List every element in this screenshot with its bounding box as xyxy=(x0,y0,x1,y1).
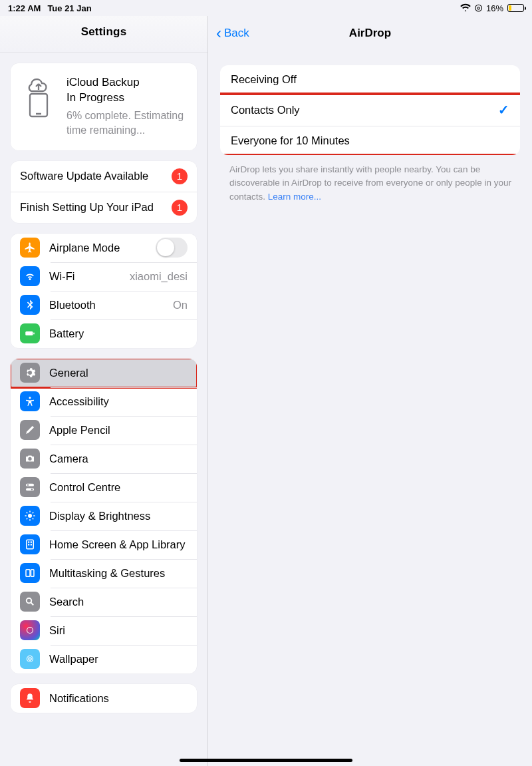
sidebar-item-finish-setup[interactable]: Finish Setting Up Your iPad 1 xyxy=(11,192,197,223)
sidebar-item-wifi[interactable]: Wi-Fi xiaomi_desi xyxy=(11,262,197,291)
battery-pct: 16% xyxy=(486,3,503,13)
sidebar-item-wallpaper[interactable]: Wallpaper xyxy=(11,645,197,673)
wifi-icon xyxy=(20,266,40,286)
svg-rect-10 xyxy=(27,540,34,549)
svg-rect-13 xyxy=(28,544,29,545)
battery-icon xyxy=(507,4,524,12)
sidebar-item-label: Home Screen & App Library xyxy=(49,538,188,551)
checkmark-icon: ✓ xyxy=(498,102,509,118)
back-button[interactable]: ‹ Back xyxy=(216,27,249,40)
svg-point-7 xyxy=(27,484,29,486)
battery-icon xyxy=(20,323,40,343)
search-icon xyxy=(20,592,40,612)
option-contacts-only[interactable]: Contacts Only ✓ xyxy=(220,94,520,126)
orientation-lock-icon: ⦾ xyxy=(475,3,482,14)
sidebar-item-camera[interactable]: Camera xyxy=(11,445,197,473)
option-everyone-10min[interactable]: Everyone for 10 Minutes xyxy=(220,126,520,155)
connectivity-card: Airplane Mode Wi-Fi xiaomi_desi Bluetoot… xyxy=(11,234,197,348)
bluetooth-icon xyxy=(20,295,40,315)
sidebar-item-notifications[interactable]: Notifications xyxy=(11,684,197,713)
option-label: Contacts Only xyxy=(231,104,300,116)
sidebar-item-label: Finish Setting Up Your iPad xyxy=(20,201,172,214)
svg-rect-2 xyxy=(25,331,33,335)
wifi-icon xyxy=(460,3,471,13)
home-screen-icon xyxy=(20,534,40,554)
sidebar-item-accessibility[interactable]: Accessibility xyxy=(11,387,197,416)
learn-more-link[interactable]: Learn more... xyxy=(268,192,321,202)
sidebar-item-multitasking[interactable]: Multitasking & Gestures xyxy=(11,559,197,588)
sidebar-item-label: Software Update Available xyxy=(20,170,172,182)
svg-point-9 xyxy=(28,514,32,518)
svg-rect-11 xyxy=(28,542,29,543)
sidebar-item-label: Airplane Mode xyxy=(49,242,156,254)
sidebar-item-general[interactable]: General xyxy=(11,359,197,387)
accessibility-icon xyxy=(20,391,40,411)
sidebar-item-label: Control Centre xyxy=(49,481,188,494)
airdrop-options-card: Receiving Off Contacts Only ✓ Everyone f… xyxy=(220,65,520,155)
notifications-card: Notifications xyxy=(11,684,197,713)
sidebar-item-label: Wi-Fi xyxy=(49,270,130,283)
settings-sidebar[interactable]: Settings iCloud Backup In Progress 6% co… xyxy=(0,16,208,766)
option-receiving-off[interactable]: Receiving Off xyxy=(220,65,520,94)
sidebar-item-label: Search xyxy=(49,596,188,608)
svg-rect-15 xyxy=(26,570,30,577)
wallpaper-icon xyxy=(20,649,40,669)
svg-rect-5 xyxy=(26,484,34,486)
sidebar-item-home-screen[interactable]: Home Screen & App Library xyxy=(11,530,197,559)
status-bar: 1:22 AM Tue 21 Jan ⦾ 16% xyxy=(0,0,532,16)
svg-rect-6 xyxy=(26,488,34,491)
sidebar-item-display[interactable]: Display & Brightness xyxy=(11,502,197,530)
sidebar-item-label: Apple Pencil xyxy=(49,424,188,437)
airplane-icon xyxy=(20,238,40,258)
sidebar-item-search[interactable]: Search xyxy=(11,588,197,616)
alert-badge: 1 xyxy=(172,168,188,184)
sidebar-item-label: Multitasking & Gestures xyxy=(49,567,188,580)
sidebar-item-software-update[interactable]: Software Update Available 1 xyxy=(11,161,197,192)
page-title: AirDrop xyxy=(349,27,391,40)
camera-icon xyxy=(20,449,40,469)
sidebar-item-label: Wallpaper xyxy=(49,653,188,666)
main-settings-card: General Accessibility Apple Pencil Camer… xyxy=(11,359,197,673)
sidebar-item-label: Camera xyxy=(49,453,188,465)
svg-point-18 xyxy=(27,628,33,634)
option-label: Receiving Off xyxy=(231,73,297,86)
multitasking-icon xyxy=(20,563,40,583)
home-indicator[interactable] xyxy=(180,759,352,762)
airplane-toggle[interactable] xyxy=(156,238,188,258)
sidebar-item-label: Notifications xyxy=(49,692,188,705)
footer-note: AirDrop lets you share instantly with pe… xyxy=(229,163,513,204)
siri-icon xyxy=(20,620,40,640)
svg-rect-12 xyxy=(31,542,32,543)
backup-title-1: iCloud Backup xyxy=(66,75,186,91)
svg-rect-16 xyxy=(31,570,35,577)
back-label: Back xyxy=(224,27,249,40)
alert-badge: 1 xyxy=(172,200,188,216)
bell-icon xyxy=(20,688,40,708)
sidebar-item-siri[interactable]: Siri xyxy=(11,616,197,645)
control-centre-icon xyxy=(20,477,40,497)
wifi-value: xiaomi_desi xyxy=(130,270,188,283)
svg-rect-14 xyxy=(31,544,32,545)
sidebar-item-label: Bluetooth xyxy=(49,299,173,311)
status-time: 1:22 AM xyxy=(8,3,41,13)
svg-point-21 xyxy=(29,658,31,660)
alerts-card: Software Update Available 1 Finish Setti… xyxy=(11,161,197,223)
svg-point-4 xyxy=(29,397,31,399)
status-date: Tue 21 Jan xyxy=(47,3,91,13)
detail-header: ‹ Back AirDrop xyxy=(208,16,532,51)
backup-sub: 6% complete. Estimating time remaining..… xyxy=(66,108,186,138)
sidebar-item-bluetooth[interactable]: Bluetooth On xyxy=(11,291,197,319)
sidebar-item-battery[interactable]: Battery xyxy=(11,319,197,348)
backup-title-2: In Progress xyxy=(66,91,186,106)
sidebar-title: Settings xyxy=(0,16,207,53)
sidebar-item-apple-pencil[interactable]: Apple Pencil xyxy=(11,416,197,445)
icloud-backup-icon xyxy=(21,75,56,119)
svg-point-8 xyxy=(31,488,33,490)
icloud-backup-card[interactable]: iCloud Backup In Progress 6% complete. E… xyxy=(11,63,197,150)
sidebar-item-airplane[interactable]: Airplane Mode xyxy=(11,234,197,262)
sidebar-item-control-centre[interactable]: Control Centre xyxy=(11,473,197,502)
sidebar-item-label: General xyxy=(49,367,188,379)
option-label: Everyone for 10 Minutes xyxy=(231,134,350,147)
brightness-icon xyxy=(20,506,40,526)
sidebar-item-label: Accessibility xyxy=(49,395,188,408)
